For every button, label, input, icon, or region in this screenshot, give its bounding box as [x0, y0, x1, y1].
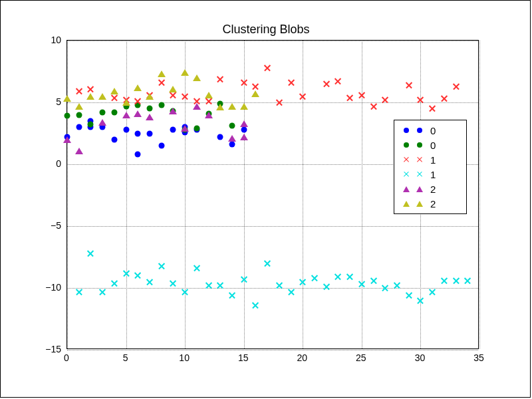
data-point	[217, 134, 223, 140]
data-point	[193, 103, 201, 110]
data-point	[76, 124, 82, 130]
data-point	[334, 273, 341, 280]
data-point	[417, 96, 424, 103]
data-point	[110, 88, 118, 94]
data-point	[147, 130, 153, 136]
data-point	[158, 143, 164, 149]
data-point	[229, 142, 235, 148]
data-point	[75, 148, 83, 154]
data-point	[63, 136, 71, 143]
y-tick-label: −10	[45, 282, 61, 293]
data-point	[323, 80, 330, 87]
data-point	[216, 104, 224, 110]
grid-line-horizontal	[67, 226, 478, 227]
data-point	[122, 99, 130, 106]
data-point	[181, 69, 189, 76]
data-point	[453, 83, 460, 90]
data-point	[158, 70, 166, 77]
y-tick-label: 5	[56, 96, 61, 107]
data-point	[135, 130, 141, 136]
data-point	[123, 270, 130, 277]
legend: 001122	[394, 120, 467, 214]
grid-line-horizontal	[67, 41, 478, 41]
grid-line-horizontal	[67, 288, 478, 289]
data-point	[276, 99, 283, 106]
x-tick-label: 25	[356, 352, 366, 363]
data-point	[86, 93, 94, 100]
legend-row: 2	[400, 182, 461, 196]
data-point	[441, 95, 448, 102]
legend-label: 0	[430, 140, 436, 151]
data-point	[193, 74, 201, 81]
data-point	[464, 277, 471, 284]
data-point	[241, 276, 247, 283]
legend-swatch	[400, 183, 426, 195]
data-point	[169, 108, 177, 114]
data-point	[158, 79, 165, 86]
data-point	[334, 78, 341, 84]
data-point	[158, 102, 164, 108]
data-point	[134, 110, 142, 117]
data-point	[111, 94, 118, 101]
data-point	[251, 90, 259, 97]
data-point	[429, 105, 436, 112]
data-point	[134, 84, 142, 91]
legend-label: 1	[430, 169, 436, 180]
data-point	[98, 119, 106, 126]
grid-line-vertical	[67, 41, 68, 348]
data-point	[147, 106, 153, 112]
data-point	[182, 93, 188, 100]
data-point	[111, 109, 117, 115]
legend-swatch	[400, 168, 426, 180]
grid-line-horizontal	[67, 350, 478, 350]
y-tick-label: 10	[51, 35, 61, 45]
data-point	[181, 125, 189, 132]
data-point	[406, 82, 412, 88]
legend-swatch	[400, 124, 426, 136]
data-point	[370, 103, 377, 110]
data-point	[100, 109, 106, 115]
legend-swatch	[400, 139, 426, 151]
y-tick-label: −5	[51, 220, 61, 231]
data-point	[228, 135, 236, 142]
x-tick-label: 35	[473, 352, 484, 363]
data-point	[205, 92, 213, 98]
data-point	[229, 123, 235, 129]
data-point	[299, 93, 306, 100]
data-point	[240, 103, 248, 110]
data-point	[111, 136, 117, 142]
data-point	[170, 92, 176, 98]
legend-swatch	[400, 198, 426, 209]
data-point	[194, 265, 200, 271]
data-point	[358, 281, 365, 287]
legend-label: 2	[430, 198, 436, 209]
data-point	[135, 152, 141, 158]
data-point	[241, 126, 247, 132]
data-point	[429, 289, 436, 295]
data-point	[123, 126, 129, 132]
data-point	[63, 95, 71, 102]
legend-row: 0	[400, 138, 461, 152]
data-point	[170, 280, 176, 287]
data-point	[288, 79, 295, 86]
grid-line-vertical	[126, 41, 127, 348]
data-point	[441, 277, 448, 284]
data-point	[205, 98, 212, 104]
data-point	[76, 112, 82, 118]
data-point	[346, 94, 353, 101]
data-point	[358, 92, 365, 98]
legend-swatch	[400, 154, 426, 166]
x-tick-label: 5	[123, 352, 128, 363]
data-point	[205, 282, 212, 289]
data-point	[122, 112, 130, 118]
data-point	[75, 103, 83, 110]
data-point	[134, 272, 141, 279]
data-point	[406, 292, 412, 299]
legend-row: 1	[400, 167, 461, 182]
data-point	[311, 275, 318, 281]
data-point	[229, 292, 235, 299]
data-point	[87, 250, 94, 257]
legend-label: 1	[430, 154, 436, 166]
grid-line-vertical	[185, 41, 186, 348]
data-point	[217, 76, 223, 82]
